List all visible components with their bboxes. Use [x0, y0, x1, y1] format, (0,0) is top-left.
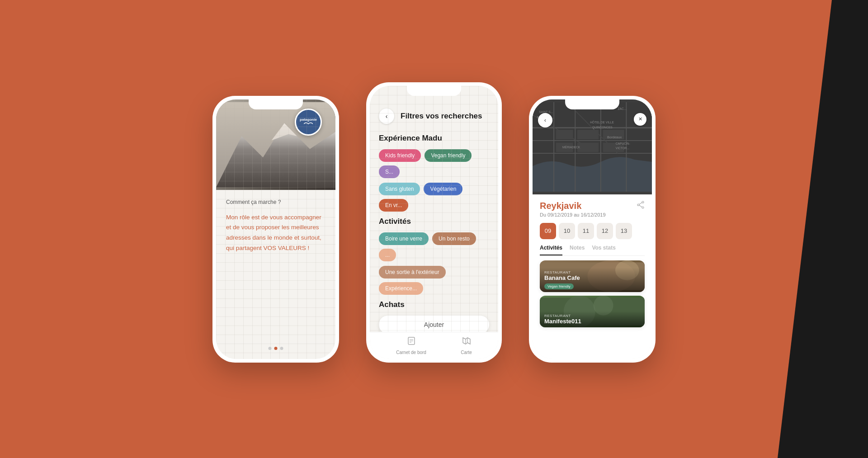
restaurant-card-2[interactable]: RESTAURANT Manifeste011: [540, 296, 645, 327]
svg-line-38: [639, 203, 642, 204]
tag-vegetarien[interactable]: Végétarien: [424, 183, 462, 195]
restaurant-overlay-1: RESTAURANT Banana Cafe Vegan friendly: [540, 268, 645, 292]
tag-experience[interactable]: Expérience...: [379, 282, 423, 295]
phone-1: patagonie Comment ça marche ? Mon rôle e…: [212, 96, 339, 363]
tag-sans-gluten[interactable]: Sans gluten: [379, 183, 420, 195]
svg-text:Bordeaux: Bordeaux: [607, 135, 622, 139]
svg-marker-7: [463, 338, 470, 344]
carte-icon: [462, 336, 472, 348]
phone1-subtitle: Comment ça marche ?: [226, 199, 326, 205]
phone2-notch: [407, 86, 461, 96]
date-12[interactable]: 12: [597, 223, 613, 239]
tag-vegan-friendly[interactable]: Vegan friendly: [425, 149, 472, 162]
restaurant-type-2: RESTAURANT: [544, 314, 640, 318]
section-experience-label: Expérience Madu: [379, 134, 489, 143]
share-icon[interactable]: [637, 201, 645, 211]
date-11[interactable]: 11: [578, 223, 594, 239]
tag-kids-friendly[interactable]: Kids friendly: [379, 149, 421, 162]
restaurant-name-2: Manifeste011: [544, 318, 640, 325]
nav-carnet[interactable]: Carnet de bord: [396, 336, 426, 355]
date-numbers: 09 10 11 12 13: [540, 223, 645, 239]
phone2-title: Filtres vos recherches: [401, 112, 482, 121]
restaurant-type-1: RESTAURANT: [544, 270, 640, 274]
date-13[interactable]: 13: [616, 223, 632, 239]
date-09[interactable]: 09: [540, 223, 556, 239]
ajouter-button[interactable]: Ajouter: [379, 316, 489, 334]
tag-bon-resto[interactable]: Un bon resto: [432, 232, 476, 245]
activites-tags-row2: Une sortie à l'extérieur Expérience...: [379, 266, 489, 295]
svg-text:SAINT S...: SAINT S...: [539, 110, 553, 113]
svg-text:QUINCONCES: QUINCONCES: [592, 126, 613, 129]
section-achats-label: Achats: [379, 300, 489, 309]
section-activites-label: Activités: [379, 217, 489, 226]
carnet-icon: [406, 336, 416, 348]
phone2-header: ‹ Filtres vos recherches: [379, 109, 489, 124]
phone1-notch: [249, 99, 303, 109]
phone3-notch: [565, 99, 619, 109]
phone-3: SAINT S... FONDAUR... ZAC... HÔTEL DE VI…: [529, 96, 656, 363]
tag-extra[interactable]: ...: [379, 249, 396, 261]
phone3-back-button[interactable]: ‹: [538, 113, 552, 127]
restaurant-overlay-2: RESTAURANT Manifeste011: [540, 311, 645, 327]
restaurant-card-1[interactable]: RESTAURANT Banana Cafe Vegan friendly: [540, 260, 645, 292]
dot-2[interactable]: [274, 347, 278, 350]
phone3-content: SAINT S... FONDAUR... ZAC... HÔTEL DE VI…: [533, 99, 652, 359]
activites-tags-row1: Boire une verre Un bon resto ...: [379, 232, 489, 261]
experience-tags-row1: Kids friendly Vegan friendly S...: [379, 149, 489, 178]
svg-text:VICTOR...: VICTOR...: [616, 146, 629, 149]
svg-rect-20: [556, 130, 573, 139]
svg-rect-21: [577, 130, 599, 139]
patagonia-sticker: patagonie: [295, 109, 322, 136]
tag-en-vr[interactable]: En vr...: [379, 199, 408, 212]
dot-1[interactable]: [269, 347, 272, 350]
svg-point-37: [637, 204, 639, 206]
svg-point-36: [642, 207, 644, 208]
phone1-pagination: [269, 347, 283, 350]
svg-rect-24: [577, 142, 599, 152]
dot-3[interactable]: [280, 347, 283, 350]
restaurant-name-1: Banana Cafe: [544, 274, 640, 281]
phone-2: ‹ Filtres vos recherches Expérience Madu…: [366, 82, 502, 363]
phone3-dates: Du 09/12/2019 au 16/12/2019: [540, 212, 645, 217]
nav-carte[interactable]: Carte: [461, 336, 472, 355]
phone3-city: Reykjavik: [540, 201, 581, 211]
phone3-city-row: Reykjavik: [540, 201, 645, 211]
svg-point-35: [642, 201, 644, 203]
svg-line-39: [639, 205, 642, 207]
phone3-close-button[interactable]: ✕: [634, 113, 646, 126]
phone2-bottom-nav: Carnet de bord Carte: [370, 332, 498, 359]
nav-carnet-label: Carnet de bord: [396, 350, 426, 355]
tab-notes[interactable]: Notes: [570, 245, 585, 255]
phone3-tabs: Activités Notes Vos stats: [540, 245, 645, 256]
tag-boire-verre[interactable]: Boire une verre: [379, 232, 429, 245]
phone1-text-area: Comment ça marche ? Mon rôle est de vous…: [216, 190, 335, 263]
nav-carte-label: Carte: [461, 350, 472, 355]
restaurant-tag-1: Vegan friendly: [544, 283, 574, 289]
tab-activites[interactable]: Activités: [540, 245, 562, 255]
phone3-info: Reykjavik Du 09/12/2019 au 16/12/2019: [533, 194, 652, 359]
tab-vos-stats[interactable]: Vos stats: [592, 245, 615, 255]
svg-text:MÉRIADECK: MÉRIADECK: [562, 145, 580, 148]
tag-sortie-exterieur[interactable]: Une sortie à l'extérieur: [379, 266, 446, 279]
phones-container: patagonie Comment ça marche ? Mon rôle e…: [212, 96, 656, 363]
dark-corner-decoration: [778, 0, 868, 458]
phone2-content: ‹ Filtres vos recherches Expérience Madu…: [370, 86, 498, 359]
phone1-map: patagonie: [216, 99, 335, 190]
svg-text:CAPUCIN-: CAPUCIN-: [616, 142, 630, 145]
experience-tags-row2: Sans gluten Végétarien En vr...: [379, 183, 489, 212]
svg-text:ZAC...: ZAC...: [618, 107, 627, 110]
phone1-main-text: Mon rôle est de vous accompagner et de v…: [226, 212, 326, 254]
date-10[interactable]: 10: [559, 223, 575, 239]
tag-s[interactable]: S...: [379, 165, 400, 178]
phone3-map: SAINT S... FONDAUR... ZAC... HÔTEL DE VI…: [533, 99, 652, 194]
phone2-back-button[interactable]: ‹: [379, 109, 394, 124]
phone1-content: patagonie Comment ça marche ? Mon rôle e…: [216, 99, 335, 359]
svg-text:HÔTEL DE VILLE: HÔTEL DE VILLE: [590, 120, 614, 124]
